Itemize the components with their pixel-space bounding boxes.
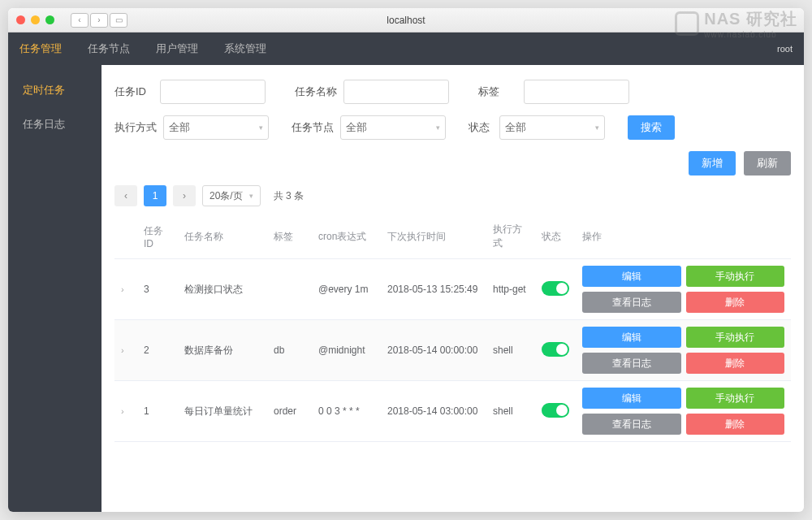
cell-cron: @midnight <box>312 320 381 381</box>
action-row: 新增 刷新 <box>114 151 791 176</box>
cell-name: 每日订单量统计 <box>178 381 267 442</box>
col-id: 任务ID <box>137 214 178 259</box>
edit-button[interactable]: 编辑 <box>582 266 681 287</box>
status-toggle[interactable] <box>542 342 569 357</box>
minimize-icon[interactable] <box>31 15 40 24</box>
refresh-button[interactable]: 刷新 <box>744 151 791 176</box>
per-page-select[interactable]: 20条/页▾ <box>202 185 261 206</box>
tag-input[interactable] <box>524 80 629 104</box>
main-panel: 任务ID 任务名称 标签 执行方式 全部▾ 任务节点 全部▾ 状态 全部▾ 搜索 <box>102 65 804 512</box>
total-count: 共 3 条 <box>274 189 304 203</box>
cell-mode: http-get <box>486 259 535 320</box>
col-next: 下次执行时间 <box>381 214 486 259</box>
task-id-input[interactable] <box>160 80 266 104</box>
browser-titlebar: ‹ › ▭ localhost <box>8 8 804 32</box>
top-nav-items: 任务管理 任务节点 用户管理 系统管理 <box>19 41 266 56</box>
cell-tag: db <box>267 320 312 381</box>
task-node-select[interactable]: 全部▾ <box>340 115 446 140</box>
cell-next: 2018-05-13 15:25:49 <box>381 259 486 320</box>
window-controls <box>16 15 54 24</box>
filter-row-1: 任务ID 任务名称 标签 <box>114 80 791 104</box>
filter-label: 任务ID <box>114 84 153 99</box>
filter-label: 状态 <box>469 120 493 135</box>
col-status: 状态 <box>535 214 576 259</box>
chevron-down-icon: ▾ <box>436 124 440 132</box>
task-name-input[interactable] <box>343 80 449 104</box>
col-cron: cron表达式 <box>312 214 381 259</box>
sidebar-item-task-log[interactable]: 任务日志 <box>8 107 102 141</box>
edit-button[interactable]: 编辑 <box>582 388 681 409</box>
col-tag: 标签 <box>267 214 312 259</box>
app-window: ‹ › ▭ localhost 任务管理 任务节点 用户管理 系统管理 root… <box>8 8 804 512</box>
top-nav: 任务管理 任务节点 用户管理 系统管理 root <box>8 32 804 65</box>
back-button[interactable]: ‹ <box>71 13 89 28</box>
cell-next: 2018-05-14 03:00:00 <box>381 381 486 442</box>
exec-mode-select[interactable]: 全部▾ <box>163 115 269 140</box>
delete-button[interactable]: 删除 <box>686 353 785 374</box>
cell-mode: shell <box>486 381 535 442</box>
search-button[interactable]: 搜索 <box>628 115 675 140</box>
expand-icon[interactable]: › <box>121 406 124 416</box>
sidebar-item-cron-task[interactable]: 定时任务 <box>8 73 102 107</box>
maximize-icon[interactable] <box>45 15 54 24</box>
add-button[interactable]: 新增 <box>689 151 736 176</box>
col-name: 任务名称 <box>178 214 267 259</box>
run-button[interactable]: 手动执行 <box>686 266 785 287</box>
cell-mode: shell <box>486 320 535 381</box>
edit-button[interactable]: 编辑 <box>582 327 681 348</box>
task-table: 任务ID 任务名称 标签 cron表达式 下次执行时间 执行方式 状态 操作 ›… <box>114 214 791 442</box>
address-bar[interactable]: localhost <box>387 15 425 26</box>
col-expand <box>114 214 137 259</box>
close-icon[interactable] <box>16 15 25 24</box>
prev-page-button[interactable]: ‹ <box>114 185 137 206</box>
pagination: ‹ 1 › 20条/页▾ 共 3 条 <box>114 185 791 206</box>
status-toggle[interactable] <box>542 403 569 418</box>
nav-buttons: ‹ › ▭ <box>71 13 127 28</box>
filter-row-2: 执行方式 全部▾ 任务节点 全部▾ 状态 全部▾ 搜索 <box>114 115 791 140</box>
cell-tag: order <box>267 381 312 442</box>
nav-task-manage[interactable]: 任务管理 <box>19 41 62 56</box>
cell-name: 数据库备份 <box>178 320 267 381</box>
current-user: root <box>777 44 793 54</box>
view-log-button[interactable]: 查看日志 <box>582 414 681 435</box>
cell-next: 2018-05-14 00:00:00 <box>381 320 486 381</box>
forward-button[interactable]: › <box>90 13 108 28</box>
table-row: ›2数据库备份db@midnight2018-05-14 00:00:00she… <box>114 320 791 381</box>
expand-icon[interactable]: › <box>121 345 124 355</box>
page-number[interactable]: 1 <box>144 185 166 206</box>
cell-id: 1 <box>137 381 178 442</box>
chevron-down-icon: ▾ <box>259 124 263 132</box>
col-ops: 操作 <box>576 214 791 259</box>
next-page-button[interactable]: › <box>173 185 196 206</box>
status-toggle[interactable] <box>542 281 569 296</box>
filter-label: 执行方式 <box>114 120 157 135</box>
select-value: 全部 <box>505 120 526 135</box>
table-row: ›3检测接口状态@every 1m2018-05-13 15:25:49http… <box>114 259 791 320</box>
cell-tag <box>267 259 312 320</box>
filter-label: 任务节点 <box>292 120 334 135</box>
expand-icon[interactable]: › <box>121 284 124 294</box>
view-log-button[interactable]: 查看日志 <box>582 292 681 313</box>
nav-system-manage[interactable]: 系统管理 <box>224 41 266 56</box>
table-row: ›1每日订单量统计order0 0 3 * * *2018-05-14 03:0… <box>114 381 791 442</box>
cell-name: 检测接口状态 <box>178 259 267 320</box>
chevron-down-icon: ▾ <box>249 192 253 200</box>
nav-task-node[interactable]: 任务节点 <box>88 41 130 56</box>
run-button[interactable]: 手动执行 <box>686 327 785 348</box>
select-value: 20条/页 <box>209 189 243 203</box>
col-mode: 执行方式 <box>486 214 535 259</box>
status-select[interactable]: 全部▾ <box>499 115 605 140</box>
filter-label: 任务名称 <box>295 84 337 99</box>
cell-id: 2 <box>137 320 178 381</box>
delete-button[interactable]: 删除 <box>686 414 785 435</box>
filter-label: 标签 <box>478 84 517 99</box>
delete-button[interactable]: 删除 <box>686 292 785 313</box>
tabs-button[interactable]: ▭ <box>110 13 127 28</box>
select-value: 全部 <box>169 120 190 135</box>
chevron-down-icon: ▾ <box>595 124 599 132</box>
nav-user-manage[interactable]: 用户管理 <box>156 41 198 56</box>
cell-id: 3 <box>137 259 178 320</box>
view-log-button[interactable]: 查看日志 <box>582 353 681 374</box>
run-button[interactable]: 手动执行 <box>686 388 785 409</box>
sidebar: 定时任务 任务日志 <box>8 65 102 512</box>
